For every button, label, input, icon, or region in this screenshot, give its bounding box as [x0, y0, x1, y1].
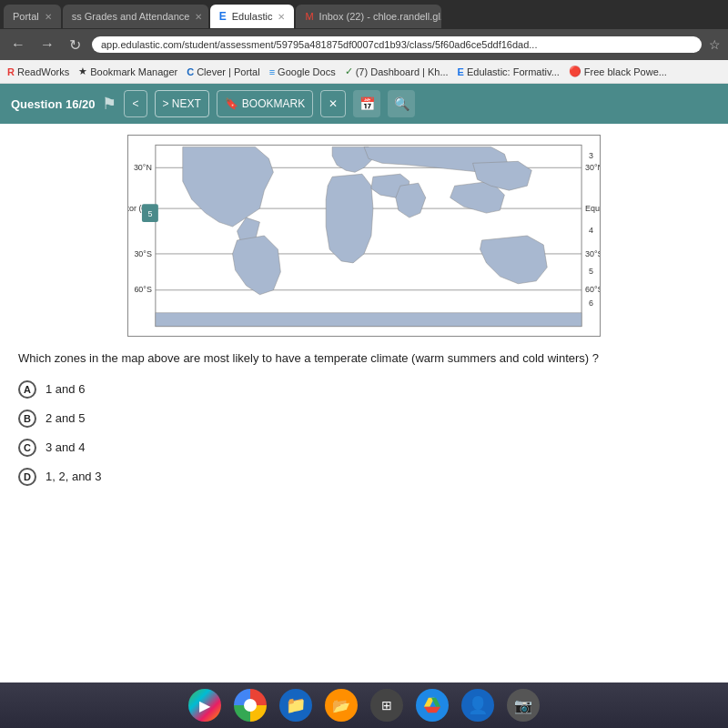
choice-a-text: 1 and 6 [46, 382, 85, 396]
forward-button[interactable]: → [36, 33, 58, 56]
freeblack-icon: 🔴 [569, 66, 581, 77]
svg-text:30°N: 30°N [585, 163, 600, 172]
tab-bar: Portal ✕ ss Grades and Attendance ✕ E Ed… [0, 0, 728, 29]
bookmark-freeblack[interactable]: 🔴 Free black Powe... [569, 66, 667, 77]
inbox-tab-label: Inbox (22) - chloe.randell.gl... [319, 11, 442, 22]
close-button[interactable]: ✕ [320, 90, 346, 117]
choice-b[interactable]: B 2 and 5 [18, 410, 710, 428]
taskbar: ▶ 📁 📂 ⊞ 👤 📷 [0, 682, 728, 728]
bookmarks-bar: R ReadWorks ★ Bookmark Manager C Clever … [0, 60, 728, 84]
choice-b-letter: B [24, 413, 31, 424]
inbox-tab-icon: M [305, 11, 313, 22]
folder-icon[interactable]: 📂 [325, 689, 358, 722]
chrome-icon[interactable] [234, 689, 267, 722]
edulastic-bm-label: Edulastic: Formativ... [467, 66, 560, 77]
svg-text:4: 4 [589, 226, 593, 235]
world-map-svg: 30°N Equator (0°) 30°S 60°S 30°N Equator… [128, 136, 600, 336]
svg-text:6: 6 [589, 298, 593, 308]
address-input[interactable] [92, 36, 702, 53]
choice-d-circle: D [18, 468, 36, 486]
browser-chrome: Portal ✕ ss Grades and Attendance ✕ E Ed… [0, 0, 728, 84]
freeblack-label: Free black Powe... [584, 66, 667, 77]
bookmark-icon: 🔖 [225, 97, 238, 110]
flag-icon: ⚑ [102, 94, 116, 114]
bookmark-manager[interactable]: ★ Bookmark Manager [78, 66, 177, 77]
portal-tab[interactable]: Portal ✕ [4, 5, 61, 28]
bookmark-manager-label: Bookmark Manager [90, 66, 177, 77]
svg-text:60°S: 60°S [134, 285, 152, 294]
bookmark-readworks[interactable]: R ReadWorks [7, 66, 69, 77]
calendar-button[interactable]: 📅 [353, 90, 380, 117]
choice-c-letter: C [24, 442, 31, 453]
svg-text:3: 3 [589, 151, 593, 160]
drive-svg [422, 695, 442, 715]
edulastic-bm-icon: E [458, 66, 464, 77]
grades-tab-close[interactable]: ✕ [195, 12, 202, 22]
choice-d-letter: D [24, 471, 31, 482]
bookmark-dashboard[interactable]: ✓ (7) Dashboard | Kh... [345, 66, 449, 77]
portal-tab-label: Portal [13, 11, 39, 22]
choice-b-circle: B [18, 410, 36, 428]
next-button[interactable]: > NEXT [155, 90, 209, 117]
world-map-container: 30°N Equator (0°) 30°S 60°S 30°N Equator… [127, 135, 601, 337]
choice-c[interactable]: C 3 and 4 [18, 439, 710, 457]
camera-icon[interactable]: 📷 [507, 689, 540, 722]
bookmark-button[interactable]: 🔖 BOOKMARK [217, 90, 313, 117]
readworks-icon: R [7, 66, 15, 77]
svg-text:30°S: 30°S [134, 249, 152, 258]
search-icon: 🔍 [394, 96, 410, 111]
calendar-icon: 📅 [359, 96, 375, 111]
clever-icon: C [187, 66, 194, 77]
camera-symbol: 📷 [514, 697, 532, 714]
prev-arrow-icon: < [132, 97, 138, 110]
choice-d-text: 1, 2, and 3 [46, 470, 101, 483]
edulastic-tab[interactable]: E Edulastic ✕ [210, 5, 295, 28]
dashboard-check-icon: ✓ [345, 66, 353, 77]
svg-text:30°N: 30°N [134, 163, 152, 172]
folder-symbol: 📂 [332, 697, 350, 714]
prev-button[interactable]: < [124, 90, 147, 117]
bookmark-edulastic[interactable]: E Edulastic: Formativ... [458, 66, 560, 77]
choice-c-text: 3 and 4 [46, 440, 85, 454]
files-icon[interactable]: 📁 [279, 689, 312, 722]
grades-tab-label: ss Grades and Attendance [72, 11, 190, 22]
choice-a[interactable]: A 1 and 6 [18, 380, 710, 399]
svg-text:60°S: 60°S [585, 285, 600, 294]
apps-symbol: ⊞ [381, 698, 392, 713]
svg-text:5: 5 [147, 209, 152, 218]
search-button[interactable]: 🔍 [388, 90, 415, 117]
question-text: Which zones in the map above are most li… [18, 349, 710, 368]
apps-icon[interactable]: ⊞ [370, 689, 403, 722]
answer-choices: A 1 and 6 B 2 and 5 C 3 and 4 D 1, 2, an… [18, 380, 710, 486]
svg-text:Equator (0°): Equator (0°) [585, 204, 600, 213]
star-icon[interactable]: ☆ [709, 37, 721, 52]
files-symbol: 📁 [286, 695, 306, 715]
dashboard-label: (7) Dashboard | Kh... [356, 66, 449, 77]
main-content: 30°N Equator (0°) 30°S 60°S 30°N Equator… [0, 124, 728, 682]
readworks-label: ReadWorks [17, 66, 69, 77]
clever-label: Clever | Portal [197, 66, 260, 77]
grades-tab[interactable]: ss Grades and Attendance ✕ [63, 5, 208, 28]
play-store-icon[interactable]: ▶ [188, 689, 221, 722]
next-label: > NEXT [163, 97, 201, 110]
play-store-symbol: ▶ [199, 697, 210, 714]
edu-toolbar: Question 16/20 ⚑ < > NEXT 🔖 BOOKMARK ✕ 📅… [0, 84, 728, 124]
choice-b-text: 2 and 5 [46, 411, 85, 425]
user-icon[interactable]: 👤 [461, 689, 494, 722]
gdocs-label: Google Docs [278, 66, 336, 77]
user-symbol: 👤 [468, 695, 488, 715]
choice-d[interactable]: D 1, 2, and 3 [18, 468, 710, 486]
edulastic-tab-close[interactable]: ✕ [278, 12, 285, 22]
chrome-center [244, 699, 257, 712]
portal-tab-close[interactable]: ✕ [45, 12, 52, 22]
choice-a-letter: A [24, 384, 31, 395]
bookmark-clever[interactable]: C Clever | Portal [187, 66, 259, 77]
drive-icon[interactable] [416, 689, 449, 722]
inbox-tab[interactable]: M Inbox (22) - chloe.randell.gl... ✕ [296, 5, 441, 28]
refresh-button[interactable]: ↻ [66, 33, 85, 57]
address-bar: ← → ↻ ☆ [0, 29, 728, 60]
back-button[interactable]: ← [7, 33, 29, 56]
choice-c-circle: C [18, 439, 36, 457]
bookmark-google-docs[interactable]: ≡ Google Docs [269, 66, 336, 77]
svg-text:30°S: 30°S [585, 249, 600, 258]
